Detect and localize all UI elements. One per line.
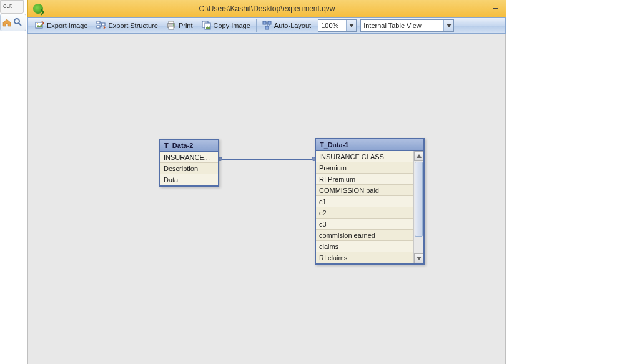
table-viewer-toolbar: Export Image Export Structure Print Copy… xyxy=(27,17,506,34)
svg-point-10 xyxy=(173,24,174,26)
view-mode-combo[interactable]: Internal Table View xyxy=(360,19,454,32)
toolbar-separator xyxy=(256,19,257,32)
svg-line-1 xyxy=(19,23,21,26)
copy-image-icon xyxy=(202,21,212,31)
search-icon[interactable] xyxy=(13,17,23,27)
svg-rect-7 xyxy=(169,21,174,24)
zoom-dropdown-button[interactable] xyxy=(346,20,356,31)
home-icon[interactable] xyxy=(2,17,12,27)
svg-rect-9 xyxy=(169,26,174,29)
field-row[interactable]: RI claims xyxy=(316,252,413,263)
view-mode-dropdown-button[interactable] xyxy=(443,20,453,31)
auto-layout-label: Auto-Layout xyxy=(274,22,311,29)
auto-layout-button[interactable]: Auto-Layout xyxy=(258,19,315,32)
field-row[interactable]: commision earned xyxy=(316,230,413,241)
scrollbar[interactable] xyxy=(413,151,423,263)
svg-rect-15 xyxy=(265,26,269,29)
external-left-area: out xyxy=(0,0,27,364)
print-button[interactable]: Print xyxy=(162,19,197,32)
app-icon xyxy=(33,4,43,14)
zoom-value: 100% xyxy=(318,22,346,29)
table-header-t-data-2[interactable]: T_Data-2 xyxy=(160,140,218,152)
scroll-thumb[interactable] xyxy=(415,162,423,237)
table-viewer-canvas[interactable]: T_Data-2 INSURANCE... Description Data T… xyxy=(27,34,506,364)
svg-rect-5 xyxy=(97,26,100,28)
scroll-down-button[interactable] xyxy=(414,253,423,263)
minimize-button[interactable]: – xyxy=(488,3,503,14)
field-row[interactable]: INSURANCE... xyxy=(160,152,218,163)
field-row[interactable]: COMMISSION paid xyxy=(316,185,413,196)
field-row[interactable]: claims xyxy=(316,241,413,252)
table-body-t-data-2: INSURANCE... Description Data xyxy=(160,152,218,185)
export-structure-label: Export Structure xyxy=(108,22,157,29)
window-title-bar: C:\Users\Kashif\Desktop\experiment.qvw – xyxy=(27,0,506,17)
field-row[interactable]: Description xyxy=(160,163,218,174)
view-mode-value: Internal Table View xyxy=(361,22,443,29)
table-link xyxy=(219,159,315,160)
svg-rect-14 xyxy=(268,21,271,24)
table-t-data-1[interactable]: T_Data-1 INSURANCE CLASS Premium RI Prem… xyxy=(315,138,425,265)
svg-point-0 xyxy=(14,19,19,24)
svg-point-3 xyxy=(37,23,38,24)
zoom-combo[interactable]: 100% xyxy=(318,19,357,32)
table-t-data-2[interactable]: T_Data-2 INSURANCE... Description Data xyxy=(159,139,219,187)
field-row[interactable]: INSURANCE CLASS xyxy=(316,151,413,162)
export-image-label: Export Image xyxy=(47,22,87,29)
field-row[interactable]: Premium xyxy=(316,162,413,174)
copy-image-button[interactable]: Copy Image xyxy=(197,19,255,32)
auto-layout-icon xyxy=(262,21,272,31)
window-title: C:\Users\Kashif\Desktop\experiment.qvw xyxy=(28,4,506,13)
export-structure-button[interactable]: Export Structure xyxy=(92,19,162,32)
print-label: Print xyxy=(179,22,193,29)
table-header-t-data-1[interactable]: T_Data-1 xyxy=(316,139,423,151)
copy-image-label: Copy Image xyxy=(214,22,250,29)
export-image-icon xyxy=(35,21,45,31)
print-icon xyxy=(167,21,177,31)
table-body-t-data-1: INSURANCE CLASS Premium RI Premium COMMI… xyxy=(316,151,423,263)
field-row[interactable]: c2 xyxy=(316,207,413,219)
field-row[interactable]: Data xyxy=(160,174,218,185)
svg-rect-6 xyxy=(102,23,105,26)
export-structure-icon xyxy=(96,21,106,31)
export-image-button[interactable]: Export Image xyxy=(31,19,92,32)
field-row[interactable]: c3 xyxy=(316,219,413,230)
field-row[interactable]: c1 xyxy=(316,196,413,207)
left-mini-toolbar xyxy=(0,14,26,31)
svg-rect-13 xyxy=(263,21,266,24)
svg-rect-4 xyxy=(97,21,100,24)
left-tab-fragment: out xyxy=(0,0,24,14)
field-row[interactable]: RI Premium xyxy=(316,174,413,185)
scroll-up-button[interactable] xyxy=(414,151,423,161)
